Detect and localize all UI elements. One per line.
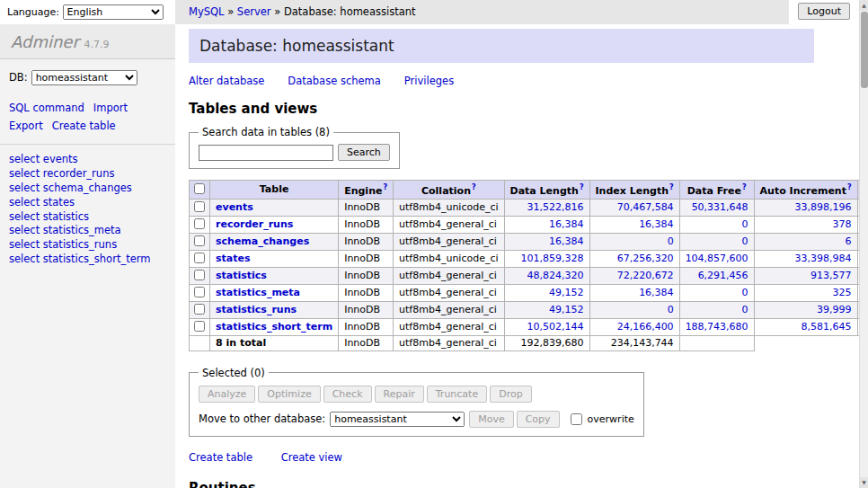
data-free-cell-link[interactable]: 6,291,456 bbox=[698, 270, 748, 281]
search-input[interactable] bbox=[199, 145, 333, 161]
scroll-down-icon[interactable]: ▼ bbox=[860, 477, 868, 488]
auto-increment-cell-link[interactable]: 6 bbox=[846, 235, 852, 247]
help-link[interactable]: ? bbox=[472, 183, 476, 191]
column-header-label: Engine bbox=[344, 184, 382, 196]
help-link[interactable]: ? bbox=[383, 183, 387, 191]
sidebar-action-link[interactable]: SQL command bbox=[9, 102, 84, 114]
auto-increment-cell-link[interactable]: 913,577 bbox=[810, 270, 852, 281]
sidebar-select-link[interactable]: select statistics_short_term bbox=[9, 253, 150, 265]
move-db-select[interactable]: homeassistant bbox=[330, 412, 465, 427]
table-name-link[interactable]: statistics_runs bbox=[216, 304, 297, 315]
sidebar-select-link[interactable]: select events bbox=[9, 153, 78, 165]
select-all-checkbox[interactable] bbox=[194, 183, 205, 194]
table-name-link[interactable]: states bbox=[216, 253, 251, 264]
breadcrumb-link[interactable]: MySQL bbox=[189, 5, 225, 18]
table-name-link[interactable]: recorder_runs bbox=[216, 218, 293, 230]
data-length-cell-link[interactable]: 16,384 bbox=[549, 235, 584, 247]
sidebar-select-link[interactable]: select schema_changes bbox=[9, 182, 132, 194]
sidebar-select-link[interactable]: select states bbox=[9, 196, 75, 209]
check-button[interactable]: Check bbox=[323, 386, 372, 403]
create-table-link[interactable]: Create table bbox=[189, 451, 252, 464]
language-select[interactable]: English bbox=[63, 4, 164, 20]
row-checkbox[interactable] bbox=[194, 253, 205, 263]
table-name-link[interactable]: schema_changes bbox=[216, 235, 309, 247]
repair-button[interactable]: Repair bbox=[375, 386, 424, 403]
index-length-cell-link[interactable]: 16,384 bbox=[639, 218, 674, 230]
data-free-cell-link[interactable]: 0 bbox=[742, 287, 748, 298]
table-name-link[interactable]: events bbox=[216, 201, 253, 213]
sidebar-select-link[interactable]: select statistics_runs bbox=[9, 238, 117, 251]
index-length-cell-link[interactable]: 0 bbox=[668, 304, 674, 315]
copy-button[interactable]: Copy bbox=[517, 411, 560, 428]
sidebar-action-link[interactable]: Export bbox=[9, 120, 43, 132]
overwrite-checkbox[interactable] bbox=[571, 413, 582, 425]
sidebar-select-link[interactable]: select statistics_meta bbox=[9, 224, 121, 236]
data-length-cell-link[interactable]: 31,522,816 bbox=[527, 201, 584, 213]
truncate-button[interactable]: Truncate bbox=[427, 386, 487, 403]
sidebar-action-link[interactable]: Import bbox=[93, 102, 128, 114]
data-free-cell-link[interactable]: 188,743,680 bbox=[686, 321, 748, 333]
data-length-cell-link[interactable]: 101,859,328 bbox=[521, 253, 584, 264]
scrollbar-thumb[interactable] bbox=[861, 12, 868, 88]
table-name-cell: statistics_short_term bbox=[210, 318, 339, 335]
sidebar-select-link[interactable]: select recorder_runs bbox=[9, 167, 114, 180]
database-nav-link[interactable]: Database schema bbox=[288, 75, 380, 87]
breadcrumb-link[interactable]: Server bbox=[237, 5, 271, 18]
move-button[interactable]: Move bbox=[469, 411, 514, 428]
collation-cell: utf8mb4_general_ci bbox=[394, 267, 504, 284]
data-length-cell-link[interactable]: 49,152 bbox=[549, 287, 584, 298]
data-length-cell-link[interactable]: 49,152 bbox=[549, 304, 584, 315]
sidebar-action-link[interactable]: Create table bbox=[52, 120, 116, 132]
row-checkbox[interactable] bbox=[194, 218, 205, 229]
row-checkbox[interactable] bbox=[194, 304, 205, 315]
data-free-cell-link[interactable]: 0 bbox=[742, 304, 748, 315]
auto-increment-cell-link[interactable]: 33,898,196 bbox=[795, 201, 852, 213]
auto-increment-cell-link[interactable]: 378 bbox=[833, 218, 852, 230]
row-checkbox[interactable] bbox=[194, 321, 205, 332]
index-length-cell-link[interactable]: 70,467,584 bbox=[617, 201, 674, 213]
auto-increment-cell-link[interactable]: 325 bbox=[833, 287, 852, 298]
row-checkbox[interactable] bbox=[194, 270, 205, 280]
collation-cell: utf8mb4_general_ci bbox=[394, 284, 504, 301]
vertical-scrollbar[interactable]: ▲ ▼ bbox=[859, 0, 868, 488]
index-length-cell-link[interactable]: 0 bbox=[668, 235, 674, 247]
data-free-cell-link[interactable]: 0 bbox=[742, 218, 748, 230]
optimize-button[interactable]: Optimize bbox=[258, 386, 320, 403]
row-checkbox[interactable] bbox=[194, 201, 205, 212]
auto-increment-cell-link[interactable]: 8,581,645 bbox=[802, 321, 852, 333]
table-name-link[interactable]: statistics bbox=[216, 270, 267, 281]
data-length-cell-link[interactable]: 48,824,320 bbox=[527, 270, 584, 281]
data-free-cell-link[interactable]: 0 bbox=[742, 235, 748, 247]
row-checkbox[interactable] bbox=[194, 287, 205, 297]
index-length-cell-link[interactable]: 24,166,400 bbox=[617, 321, 674, 333]
app-version: 4.7.9 bbox=[84, 39, 110, 50]
row-checkbox[interactable] bbox=[194, 235, 205, 246]
index-length-cell-link[interactable]: 16,384 bbox=[639, 287, 674, 298]
scroll-up-icon[interactable]: ▲ bbox=[860, 0, 868, 11]
index-length-cell-link[interactable]: 72,220,672 bbox=[617, 270, 674, 281]
data-length-cell-link[interactable]: 16,384 bbox=[549, 218, 584, 230]
analyze-button[interactable]: Analyze bbox=[199, 386, 255, 403]
database-nav-link[interactable]: Privileges bbox=[404, 75, 454, 87]
table-name-link[interactable]: statistics_short_term bbox=[216, 321, 332, 333]
data-free-cell-link[interactable]: 104,857,600 bbox=[686, 253, 748, 264]
create-view-link[interactable]: Create view bbox=[281, 451, 342, 464]
db-select[interactable]: homeassistant bbox=[31, 70, 137, 85]
data-free-cell-link[interactable]: 50,331,648 bbox=[692, 201, 748, 213]
total-data-length-cell: 192,839,680 bbox=[504, 335, 589, 350]
search-button[interactable]: Search bbox=[338, 144, 390, 161]
table-name-link[interactable]: statistics_meta bbox=[216, 287, 300, 298]
help-link[interactable]: ? bbox=[580, 183, 584, 191]
sidebar-select-link[interactable]: select statistics bbox=[9, 210, 89, 223]
table-name-cell: schema_changes bbox=[210, 233, 339, 250]
auto-increment-cell-link[interactable]: 39,999 bbox=[817, 304, 852, 315]
drop-button[interactable]: Drop bbox=[490, 386, 531, 403]
help-link[interactable]: ? bbox=[669, 183, 674, 191]
index-length-cell-link[interactable]: 67,256,320 bbox=[617, 253, 674, 264]
auto-increment-cell-link[interactable]: 33,398,984 bbox=[795, 253, 852, 264]
database-nav-link[interactable]: Alter database bbox=[189, 75, 264, 87]
logout-button[interactable]: Logout bbox=[798, 3, 850, 20]
help-link[interactable]: ? bbox=[742, 183, 747, 191]
help-link[interactable]: ? bbox=[847, 183, 852, 191]
data-length-cell-link[interactable]: 10,502,144 bbox=[527, 321, 584, 333]
